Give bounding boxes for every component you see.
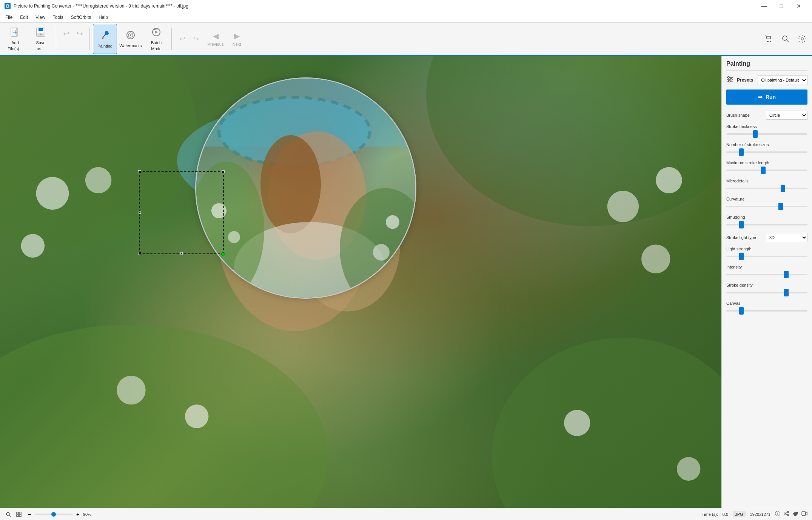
selection-green-dot[interactable] xyxy=(221,252,225,256)
canvas-thumb[interactable] xyxy=(739,307,744,315)
next-button[interactable]: ▶ Next xyxy=(226,24,247,54)
svg-point-63 xyxy=(787,511,789,513)
curvature-slider[interactable] xyxy=(726,203,807,210)
twitter-icon[interactable] xyxy=(792,511,798,518)
svg-point-34 xyxy=(564,410,590,436)
info-icon[interactable]: ⓘ xyxy=(775,511,780,518)
max-stroke-length-thumb[interactable] xyxy=(761,167,766,174)
zoom-in-button[interactable]: + xyxy=(74,511,82,518)
close-button[interactable]: ✕ xyxy=(790,0,807,12)
svg-point-43 xyxy=(260,135,321,233)
stroke-thickness-thumb[interactable] xyxy=(753,130,758,138)
settings-toolbar-button[interactable] xyxy=(795,32,809,46)
svg-point-25 xyxy=(492,338,721,508)
prev-next-group: ◀ Previous ▶ Next xyxy=(205,24,247,54)
canvas-label: Canvas xyxy=(726,301,807,306)
fit-to-window-button[interactable] xyxy=(15,511,23,518)
svg-point-48 xyxy=(228,231,240,243)
painting-label: Painting xyxy=(97,44,112,48)
circle-painting xyxy=(196,79,415,298)
maximize-button[interactable]: □ xyxy=(773,0,790,12)
canvas-slider[interactable] xyxy=(726,307,807,315)
batch-mode-button[interactable]: Batch Mode xyxy=(144,24,168,54)
stroke-density-row: Stroke density xyxy=(726,283,807,296)
svg-point-65 xyxy=(787,514,789,516)
svg-point-27 xyxy=(85,167,111,193)
menu-tools[interactable]: Tools xyxy=(49,13,67,22)
format-badge: JPG xyxy=(733,511,745,517)
batch-mode-label2: Mode xyxy=(151,46,162,51)
next-label: Next xyxy=(233,42,241,46)
minimize-button[interactable]: — xyxy=(755,0,773,12)
cart-button[interactable] xyxy=(762,32,776,46)
curvature-thumb[interactable] xyxy=(778,203,783,210)
intensity-slider[interactable] xyxy=(726,271,807,278)
stroke-thickness-slider[interactable] xyxy=(726,130,807,138)
curvature-row: Curvature xyxy=(726,197,807,210)
zoom-slider[interactable] xyxy=(35,514,72,515)
redo-button[interactable]: ↪ xyxy=(73,28,86,50)
num-stroke-sizes-row: Number of stroke sizes xyxy=(726,142,807,156)
video-icon[interactable] xyxy=(801,511,807,518)
menu-edit[interactable]: Edit xyxy=(16,13,32,22)
painting-icon xyxy=(99,29,111,42)
stroke-light-type-row: Stroke light type 3D Flat None xyxy=(726,233,807,242)
num-stroke-sizes-thumb[interactable] xyxy=(739,148,744,156)
zoom-slider-thumb[interactable] xyxy=(51,512,56,517)
zoom-value: 90% xyxy=(83,512,95,517)
previous-button[interactable]: ◀ Previous xyxy=(205,24,226,54)
presets-select[interactable]: Oil painting - Default Watercolor Impres… xyxy=(758,75,807,85)
stroke-density-thumb[interactable] xyxy=(784,289,789,296)
menu-softorbits[interactable]: SoftOrbits xyxy=(67,13,95,22)
microdetails-track xyxy=(726,188,807,189)
share1-icon[interactable] xyxy=(783,511,789,518)
stroke-light-type-select[interactable]: 3D Flat None xyxy=(766,233,807,242)
zoom-out-button[interactable]: − xyxy=(26,511,33,518)
stroke-thickness-label: Stroke thickness xyxy=(726,124,807,129)
undo-button[interactable]: ↩ xyxy=(59,28,73,50)
batch-icon xyxy=(151,27,162,39)
svg-line-20 xyxy=(787,40,789,42)
menu-file[interactable]: File xyxy=(2,13,16,22)
microdetails-thumb[interactable] xyxy=(781,185,785,192)
stroke-density-slider[interactable] xyxy=(726,289,807,296)
watermarks-button[interactable]: Watermarks xyxy=(119,24,143,54)
light-strength-thumb[interactable] xyxy=(739,253,744,260)
svg-rect-7 xyxy=(39,28,43,31)
microdetails-slider[interactable] xyxy=(726,185,807,192)
window-title: Picture to Painting Converter - ****Unre… xyxy=(14,3,188,9)
search-toolbar-button[interactable] xyxy=(779,32,792,46)
add-files-button[interactable]: Add File(s)... xyxy=(3,24,27,54)
title-bar-controls: — □ ✕ xyxy=(755,0,807,12)
svg-point-23 xyxy=(426,56,721,226)
brush-shape-select[interactable]: Circle Square Ellipse xyxy=(766,111,807,120)
svg-rect-62 xyxy=(19,515,21,517)
svg-point-28 xyxy=(21,234,45,258)
light-strength-slider[interactable] xyxy=(726,253,807,260)
nav-undo-button[interactable]: ↩ xyxy=(176,33,188,45)
intensity-thumb[interactable] xyxy=(784,271,789,278)
time-label: Time (s): xyxy=(702,512,718,517)
num-stroke-sizes-slider[interactable] xyxy=(726,148,807,156)
smudging-slider[interactable] xyxy=(726,221,807,228)
main-layout: Painting Presets Oil painting - Default … xyxy=(0,56,812,508)
smudging-thumb[interactable] xyxy=(739,221,744,228)
painting-button[interactable]: Painting xyxy=(93,24,117,54)
max-stroke-length-slider[interactable] xyxy=(726,167,807,174)
intensity-label: Intensity xyxy=(726,265,807,269)
watermarks-label: Watermarks xyxy=(120,43,142,48)
svg-point-33 xyxy=(641,244,670,273)
curvature-label: Curvature xyxy=(726,197,807,201)
nav-redo-button[interactable]: ↪ xyxy=(190,33,202,45)
brush-shape-label: Brush shape xyxy=(726,113,750,117)
status-search-button[interactable] xyxy=(5,511,12,518)
menu-view[interactable]: View xyxy=(32,13,49,22)
run-button[interactable]: ➡ Run xyxy=(726,89,807,105)
canvas-area[interactable] xyxy=(0,56,721,508)
save-as-button[interactable]: Save as... xyxy=(29,24,53,54)
svg-point-18 xyxy=(770,41,771,42)
menu-help[interactable]: Help xyxy=(95,13,112,22)
redo-icon: ↪ xyxy=(77,29,83,38)
stroke-density-track xyxy=(726,292,807,293)
canvas-track xyxy=(726,310,807,312)
